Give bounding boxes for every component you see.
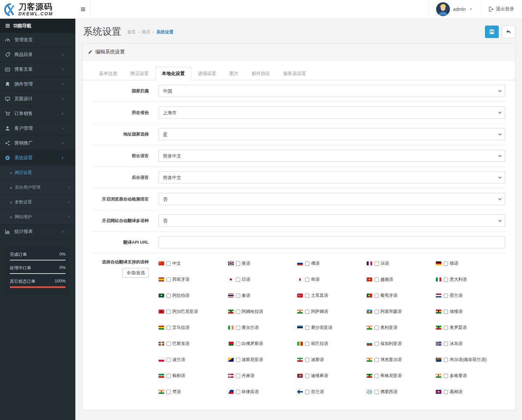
tab-0[interactable]: 基本信息 <box>92 67 124 80</box>
back-button[interactable] <box>502 26 515 38</box>
language-checkbox-8[interactable] <box>375 277 379 282</box>
tab-6[interactable]: 服务器设置 <box>277 67 313 80</box>
language-checkbox-42[interactable] <box>305 390 309 394</box>
zone-select[interactable]: 上海市 <box>159 106 505 119</box>
language-checkbox-7[interactable] <box>305 277 309 282</box>
language-checkbox-23[interactable] <box>375 326 379 330</box>
sidebar-item-newspaper[interactable]: 博客文章 <box>0 62 75 77</box>
logout-button[interactable]: 退出登录 <box>480 0 516 18</box>
language-option: 阿塞拜疆语 <box>367 308 436 315</box>
submenu-item-3[interactable]: »网站维护 <box>0 210 75 224</box>
language-label: 艾马拉语 <box>172 325 189 331</box>
language-checkbox-16[interactable] <box>236 310 240 314</box>
language-checkbox-13[interactable] <box>375 294 379 298</box>
language-checkbox-18[interactable] <box>375 310 379 314</box>
language-checkbox-4[interactable] <box>444 261 448 266</box>
language-checkbox-10[interactable] <box>166 294 171 298</box>
language-checkbox-38[interactable] <box>375 374 379 378</box>
field-label: 后台语言 <box>92 175 149 181</box>
sidebar-item-chart[interactable]: 统计报表 <box>0 224 75 239</box>
language-checkbox-3[interactable] <box>375 261 379 266</box>
language-option: 阿姆哈拉语 <box>228 308 298 315</box>
language-option: 爱沙尼亚语 <box>297 324 367 331</box>
language-checkbox-5[interactable] <box>166 277 171 282</box>
language-checkbox-12[interactable] <box>305 294 309 298</box>
language-checkbox-11[interactable] <box>236 294 240 298</box>
admin-language-select[interactable]: 简体中文 <box>159 171 505 183</box>
language-option: 俄语 <box>297 260 367 267</box>
select-all-toggle-button[interactable]: 全选/反选 <box>123 268 149 278</box>
language-checkbox-28[interactable] <box>375 342 379 346</box>
language-checkbox-22[interactable] <box>305 326 309 330</box>
sidebar-item-desktop[interactable]: 页面设计 <box>0 92 75 106</box>
user-menu[interactable]: admin <box>429 0 480 18</box>
submenu-item-0[interactable]: »网店设置 <box>0 165 75 180</box>
auto-translate-select[interactable]: 否 <box>159 215 505 227</box>
tab-1[interactable]: 商店设置 <box>124 67 155 80</box>
language-checkbox-15[interactable] <box>166 310 171 314</box>
sidebar-item-dashboard[interactable]: 管理首页 <box>0 33 75 48</box>
language-checkbox-27[interactable] <box>305 342 309 346</box>
language-checkbox-33[interactable] <box>375 358 379 362</box>
translate-api-url-input[interactable] <box>159 236 505 248</box>
sidebar-item-puzzle[interactable]: 插件管理 <box>0 77 75 92</box>
submenu-item-2[interactable]: »参数设置 <box>0 195 75 210</box>
language-checkbox-6[interactable] <box>236 277 240 282</box>
flag-in-icon <box>367 358 372 362</box>
language-checkbox-43[interactable] <box>375 390 379 394</box>
language-checkbox-20[interactable] <box>166 326 171 330</box>
language-checkbox-32[interactable] <box>305 358 309 362</box>
form-row: 开启网站自动翻译多语种否 <box>92 210 505 231</box>
language-checkbox-9[interactable] <box>444 277 448 282</box>
brand-name: 刀客源码 <box>18 3 53 11</box>
flag-gb-icon <box>228 261 234 265</box>
language-checkbox-35[interactable] <box>166 374 171 378</box>
sidebar-toggle-button[interactable] <box>75 0 91 18</box>
language-checkbox-36[interactable] <box>236 374 240 378</box>
sidebar-item-share[interactable]: 营销推广 <box>0 136 75 151</box>
language-checkbox-1[interactable] <box>236 261 240 266</box>
language-label: 蒂格尼亚语 <box>380 373 402 379</box>
language-option: 迪维希语 <box>297 372 367 379</box>
language-checkbox-0[interactable] <box>166 261 171 266</box>
language-checkbox-44[interactable] <box>444 390 448 394</box>
tab-3[interactable]: 选项设置 <box>191 67 223 80</box>
language-checkbox-24[interactable] <box>444 326 448 330</box>
flag-jp-icon <box>228 277 234 281</box>
chevron-right-icon <box>61 83 68 86</box>
language-checkbox-40[interactable] <box>166 390 171 394</box>
language-checkbox-14[interactable] <box>444 294 448 298</box>
language-checkbox-39[interactable] <box>444 374 448 378</box>
language-checkbox-34[interactable] <box>444 358 448 362</box>
language-checkbox-19[interactable] <box>444 310 448 314</box>
language-checkbox-37[interactable] <box>305 374 309 378</box>
frontend-language-select[interactable]: 简体中文 <box>159 150 505 162</box>
language-checkbox-29[interactable] <box>444 342 448 346</box>
breadcrumb-item[interactable]: 商店 <box>142 29 150 34</box>
flag-ee-icon <box>297 326 303 330</box>
browser-language-detect-select[interactable]: 否 <box>159 193 505 205</box>
submenu-item-1[interactable]: »后台用户管理 <box>0 180 75 195</box>
country-select[interactable]: 中国 <box>159 85 505 97</box>
language-checkbox-26[interactable] <box>236 342 240 346</box>
language-checkbox-2[interactable] <box>305 261 309 266</box>
language-checkbox-21[interactable] <box>236 326 240 330</box>
language-checkbox-25[interactable] <box>166 342 171 346</box>
sidebar-item-user[interactable]: 客户管理 <box>0 121 75 136</box>
flag-et-icon <box>367 374 372 378</box>
save-button[interactable] <box>485 26 499 38</box>
language-checkbox-41[interactable] <box>236 390 240 394</box>
sidebar-item-tags[interactable]: 商品目录 <box>0 48 75 62</box>
address-country-select[interactable]: 是 <box>159 128 505 140</box>
language-label: 德语 <box>450 260 458 266</box>
language-checkbox-31[interactable] <box>236 358 240 362</box>
breadcrumb-item[interactable]: 首页 <box>127 29 136 34</box>
sidebar-item-gear[interactable]: 系统设置 <box>0 151 75 165</box>
tab-5[interactable]: 邮件协议 <box>245 67 277 80</box>
flag-es-icon <box>159 277 164 281</box>
sidebar-item-cart[interactable]: 订单销售 <box>0 106 75 121</box>
language-checkbox-30[interactable] <box>166 358 171 362</box>
tab-4[interactable]: 图片 <box>223 67 245 80</box>
language-checkbox-17[interactable] <box>305 310 309 314</box>
tab-2[interactable]: 本地化设置 <box>155 67 191 80</box>
